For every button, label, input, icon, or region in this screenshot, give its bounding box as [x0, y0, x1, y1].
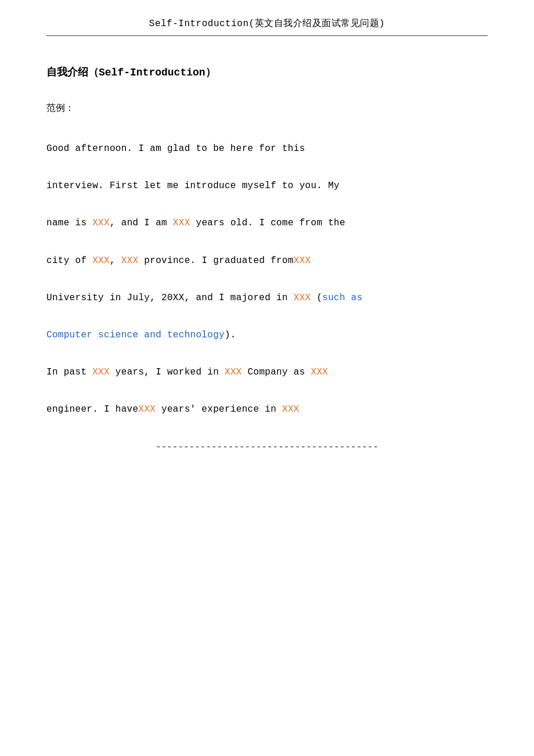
line-3: name is XXX, and I am XXX years old. I c…: [46, 218, 488, 229]
line3-part1: name is: [46, 218, 92, 228]
line-7: In past XXX years, I worked in XXX Compa…: [46, 367, 488, 378]
line-4: city of XXX, XXX province. I graduated f…: [46, 255, 488, 267]
line4-xxx1: XXX: [92, 255, 110, 266]
line4-part2: ,: [110, 255, 121, 266]
line-5: University in July, 20XX, and I majored …: [46, 293, 488, 304]
line4-xxx2: XXX: [121, 255, 139, 266]
line-1: Good afternoon. I am glad to be here for…: [46, 143, 488, 154]
line5-part2: (: [311, 293, 323, 303]
line7-part1: In past: [46, 367, 92, 377]
line6-blue1: Computer science and technology: [46, 330, 225, 340]
line-6: Computer science and technology).: [46, 330, 488, 341]
page: Self-Introduction(英文自我介绍及面试常见问题) 自我介绍（Se…: [0, 0, 534, 756]
line3-part2: , and I am: [110, 218, 173, 228]
line1-text: Good afternoon. I am glad to be here for…: [46, 143, 305, 154]
line2-text: interview. First let me introduce myself…: [46, 181, 340, 191]
line8-xxx2: XXX: [282, 404, 300, 415]
line3-xxx1: XXX: [92, 218, 110, 228]
page-title: Self-Introduction(英文自我介绍及面试常见问题): [149, 19, 385, 29]
line4-part3: province. I graduated from: [138, 255, 293, 266]
line8-xxx1: XXX: [138, 404, 156, 415]
line7-xxx2: XXX: [225, 367, 242, 377]
line8-part1: engineer. I have: [46, 404, 138, 415]
line3-part3: years old. I come from the: [190, 218, 345, 228]
line8-part2: years' experience in: [156, 404, 282, 415]
sub-heading: 范例：: [46, 102, 488, 114]
line5-blue1: such as: [322, 293, 362, 303]
line7-xxx1: XXX: [92, 367, 110, 377]
line-8: engineer. I haveXXX years' experience in…: [46, 404, 488, 415]
line7-part2: years, I worked in: [110, 367, 225, 377]
line3-xxx2: XXX: [173, 218, 190, 228]
line7-part3: Company as: [242, 367, 311, 377]
line7-xxx3: XXX: [311, 367, 329, 377]
line6-part1: ).: [225, 330, 236, 340]
line5-xxx1: XXX: [294, 293, 311, 303]
content-block: Good afternoon. I am glad to be here for…: [46, 143, 488, 416]
line-2: interview. First let me introduce myself…: [46, 181, 488, 192]
line5-part1: University in July, 20XX, and I majored …: [46, 293, 294, 303]
divider: ----------------------------------------: [46, 442, 488, 452]
line4-xxx3: XXX: [294, 255, 311, 266]
page-header: Self-Introduction(英文自我介绍及面试常见问题): [46, 17, 488, 36]
line4-part1: city of: [46, 255, 92, 266]
section-heading: 自我介绍（Self-Introduction）: [46, 65, 488, 79]
